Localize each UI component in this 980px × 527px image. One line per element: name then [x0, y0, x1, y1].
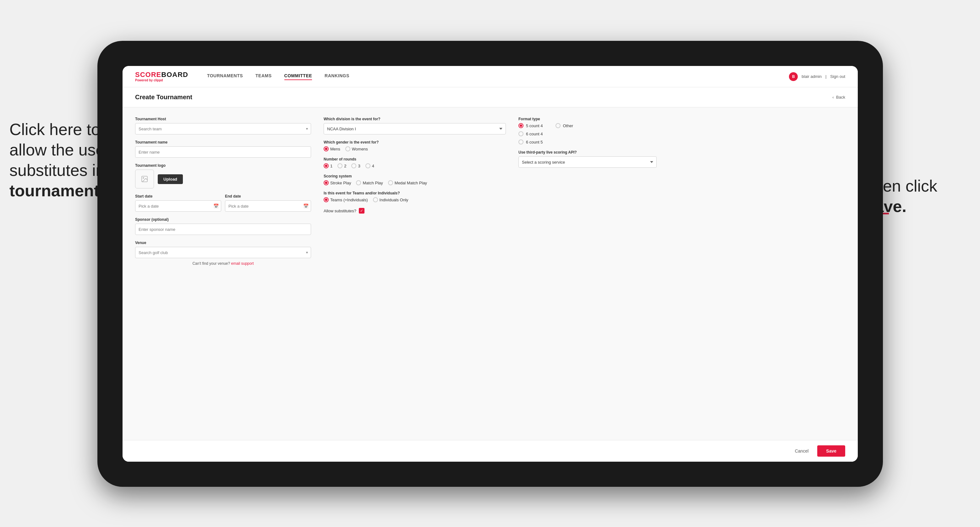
- upload-button[interactable]: Upload: [158, 174, 183, 184]
- page-header: Create Tournament ‹ Back: [123, 87, 858, 107]
- tournament-name-input[interactable]: [135, 146, 311, 158]
- division-label: Which division is the event for?: [324, 117, 506, 121]
- end-date-input[interactable]: [225, 200, 311, 212]
- format-6count4-label: 6 count 4: [526, 132, 543, 136]
- annotation-left-line4: tournament.: [10, 181, 104, 200]
- format-5count4-label: 5 count 4: [526, 124, 543, 128]
- form-footer: Cancel Save: [123, 440, 858, 462]
- format-6count5-option[interactable]: 6 count 5: [519, 140, 657, 144]
- scoring-medal-radio[interactable]: [388, 180, 393, 185]
- format-other-radio[interactable]: [555, 123, 560, 128]
- tablet-device: SCOREBOARD Powered by clippd TOURNAMENTS…: [97, 41, 883, 487]
- rounds-4-option[interactable]: 4: [366, 163, 374, 168]
- tournament-name-label: Tournament name: [135, 140, 311, 144]
- format-6count4-radio[interactable]: [519, 131, 523, 136]
- format-options: 5 count 4 Other 6 count 4: [519, 123, 657, 144]
- venue-note-text: Can't find your venue?: [192, 261, 230, 266]
- scoring-medal-option[interactable]: Medal Match Play: [388, 180, 427, 185]
- form-col-right: Format type 5 count 4 Other: [519, 117, 657, 266]
- gender-womens-label: Womens: [352, 147, 368, 151]
- save-button[interactable]: Save: [817, 445, 845, 457]
- nav-teams[interactable]: TEAMS: [255, 73, 272, 80]
- scoring-stroke-option[interactable]: Stroke Play: [324, 180, 351, 185]
- gender-womens-option[interactable]: Womens: [345, 146, 368, 151]
- rounds-label: Number of rounds: [324, 157, 506, 162]
- rounds-1-radio[interactable]: [324, 163, 329, 168]
- nav-right: B blair admin | Sign out: [789, 72, 845, 81]
- nav-rankings[interactable]: RANKINGS: [325, 73, 349, 80]
- rounds-1-option[interactable]: 1: [324, 163, 332, 168]
- brand-name: clippd: [154, 78, 163, 82]
- api-label: Use third-party live scoring API?: [519, 150, 657, 154]
- cancel-button[interactable]: Cancel: [790, 446, 814, 456]
- teams-plus-radio[interactable]: [324, 197, 329, 202]
- tournament-host-input[interactable]: [135, 123, 311, 135]
- format-other-label: Other: [563, 124, 573, 128]
- individuals-only-radio[interactable]: [373, 197, 378, 202]
- scoring-match-radio[interactable]: [356, 180, 361, 185]
- start-date-group: Start date 📅: [135, 194, 221, 212]
- format-5count4-option[interactable]: 5 count 4: [519, 123, 543, 128]
- date-row: Start date 📅 End date 📅: [135, 194, 311, 212]
- substitutes-wrapper: Allow substitutes? ✓: [324, 208, 506, 214]
- venue-note: Can't find your venue? email support: [135, 261, 311, 266]
- sponsor-input[interactable]: [135, 224, 311, 235]
- format-6count5-radio[interactable]: [519, 140, 523, 144]
- venue-email-support-link[interactable]: email support: [231, 261, 254, 266]
- venue-input[interactable]: [135, 247, 311, 258]
- rounds-1-label: 1: [330, 163, 332, 168]
- individuals-only-option[interactable]: Individuals Only: [373, 197, 409, 202]
- scoring-match-label: Match Play: [363, 181, 383, 185]
- scoring-stroke-radio[interactable]: [324, 180, 329, 185]
- teams-group: Is this event for Teams and/or Individua…: [324, 191, 506, 202]
- venue-group: Venue ▾ Can't find your venue? email sup…: [135, 241, 311, 266]
- scoring-match-option[interactable]: Match Play: [356, 180, 383, 185]
- teams-radio-group: Teams (+Individuals) Individuals Only: [324, 197, 506, 202]
- division-group: Which division is the event for? NCAA Di…: [324, 117, 506, 135]
- end-date-group: End date 📅: [225, 194, 311, 212]
- format-5count4-radio[interactable]: [519, 123, 523, 128]
- rounds-group: Number of rounds 1 2: [324, 157, 506, 168]
- start-date-label: Start date: [135, 194, 221, 198]
- format-6count5-label: 6 count 5: [526, 140, 543, 144]
- gender-womens-radio[interactable]: [345, 146, 350, 151]
- rounds-3-option[interactable]: 3: [351, 163, 360, 168]
- sign-out-link[interactable]: Sign out: [830, 74, 845, 79]
- logo-placeholder-icon: [135, 170, 154, 189]
- sponsor-group: Sponsor (optional): [135, 217, 311, 235]
- api-select[interactable]: Select a scoring service: [519, 156, 657, 168]
- gender-mens-option[interactable]: Mens: [324, 146, 340, 151]
- rounds-2-radio[interactable]: [337, 163, 342, 168]
- individuals-only-label: Individuals Only: [380, 198, 409, 202]
- teams-plus-option[interactable]: Teams (+Individuals): [324, 197, 368, 202]
- logo-scoreboard: SCOREBOARD: [135, 71, 188, 78]
- logo-upload-area: Upload: [135, 170, 311, 189]
- rounds-4-radio[interactable]: [366, 163, 371, 168]
- form-col-left: Tournament Host ▾ Tournament name Tourna…: [135, 117, 311, 266]
- gender-radio-group: Mens Womens: [324, 146, 506, 151]
- teams-label: Is this event for Teams and/or Individua…: [324, 191, 506, 195]
- back-arrow-icon: ‹: [832, 95, 834, 100]
- format-other-option[interactable]: Other: [555, 123, 573, 128]
- tournament-host-group: Tournament Host ▾: [135, 117, 311, 135]
- substitutes-checkbox[interactable]: ✓: [359, 208, 364, 214]
- teams-plus-label: Teams (+Individuals): [330, 198, 368, 202]
- page-title: Create Tournament: [135, 94, 192, 101]
- rounds-2-option[interactable]: 2: [337, 163, 346, 168]
- scoring-medal-label: Medal Match Play: [395, 181, 427, 185]
- form-area: Tournament Host ▾ Tournament name Tourna…: [123, 107, 858, 275]
- start-date-input[interactable]: [135, 200, 221, 212]
- end-date-wrapper: 📅: [225, 200, 311, 212]
- logo-powered: Powered by clippd: [135, 79, 188, 82]
- gender-mens-radio[interactable]: [324, 146, 329, 151]
- form-col-middle: Which division is the event for? NCAA Di…: [324, 117, 506, 266]
- annotation-left-line1: Click here to: [10, 120, 100, 138]
- division-select[interactable]: NCAA Division I: [324, 123, 506, 135]
- nav-tournaments[interactable]: TOURNAMENTS: [207, 73, 243, 80]
- api-group: Use third-party live scoring API? Select…: [519, 150, 657, 168]
- avatar: B: [789, 72, 798, 81]
- nav-committee[interactable]: COMMITTEE: [284, 73, 312, 80]
- format-6count4-option[interactable]: 6 count 4: [519, 131, 657, 136]
- rounds-3-radio[interactable]: [351, 163, 356, 168]
- back-link[interactable]: ‹ Back: [832, 95, 845, 100]
